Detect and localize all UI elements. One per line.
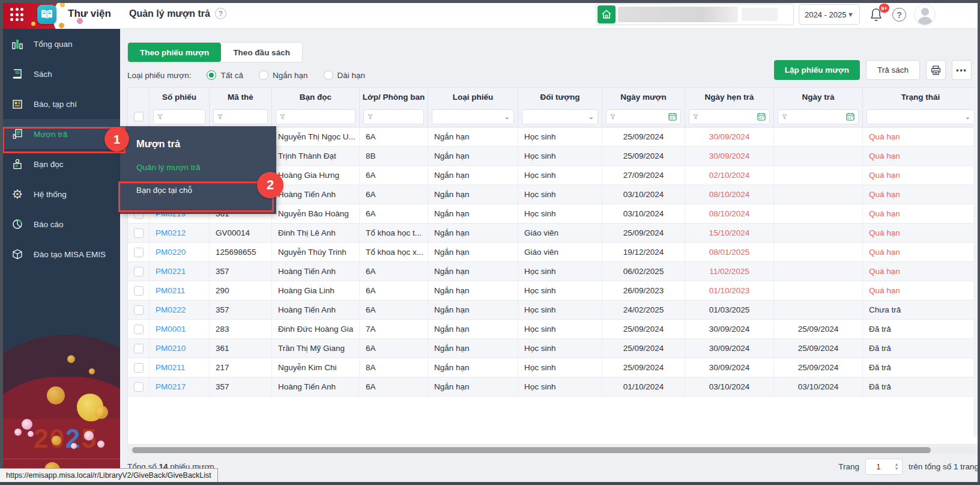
radio-ngan-han[interactable]: Ngắn hạn — [259, 70, 308, 80]
filter-date-input[interactable] — [606, 109, 681, 124]
row-checkbox[interactable] — [134, 363, 144, 373]
cell-ngay-hen-tra: 30/09/2024 — [685, 147, 774, 165]
filter-input[interactable] — [153, 109, 205, 124]
row-checkbox[interactable] — [134, 325, 144, 334]
avatar[interactable] — [914, 4, 936, 25]
cell-ngay-tra — [774, 147, 863, 165]
flyout-item-ban-doc-tai-cho[interactable]: Bạn đọc tại chỗ — [136, 186, 276, 195]
tab-theo-dau-sach[interactable]: Theo đầu sách — [221, 43, 302, 62]
filter-select[interactable]: ⌄ — [867, 109, 975, 124]
loan-code-link[interactable]: PM0217 — [156, 382, 186, 391]
filter-input[interactable] — [276, 109, 355, 124]
cell-loai-phieu: Ngắn hạn — [428, 224, 518, 242]
loan-code-link[interactable]: PM0001 — [156, 325, 186, 334]
row-checkbox[interactable] — [134, 305, 144, 315]
cell-so-phieu: PM0212 — [150, 224, 210, 242]
create-loan-button[interactable]: Lập phiếu mượn — [774, 60, 860, 80]
vertical-scrollbar[interactable] — [973, 88, 978, 437]
radio-tat-ca[interactable]: Tất cả — [207, 70, 243, 80]
return-book-button[interactable]: Trả sách — [866, 60, 920, 80]
filter-input[interactable] — [363, 109, 424, 124]
sidebar-item-ban-doc[interactable]: Bạn đọc — [0, 149, 120, 179]
app-grid-icon[interactable] — [10, 8, 24, 22]
view-tabs: Theo phiếu mượn Theo đầu sách — [127, 42, 303, 63]
page-help-icon[interactable]: ? — [215, 8, 226, 19]
cell-lop-phong-ban: Tổ khoa học t... — [360, 224, 428, 242]
home-icon[interactable] — [597, 5, 616, 23]
school-year-select[interactable]: 2024 - 2025 ▼ — [799, 4, 860, 25]
sidebar-item-bao-tap-chi[interactable]: Báo, tạp chí — [0, 89, 120, 119]
filter-select[interactable]: ⌄ — [522, 109, 598, 124]
filter-date-input[interactable] — [689, 109, 770, 124]
col-so-phieu[interactable]: Số phiếu — [150, 88, 210, 106]
flyout-item-quan-ly-muon-tra[interactable]: Quản lý mượn trả — [136, 163, 276, 172]
cell-ban-doc: Hoàng Tiến Anh — [272, 262, 360, 281]
notifications-button[interactable]: 9+ — [869, 7, 886, 23]
horizontal-scrollbar[interactable] — [127, 447, 979, 454]
scrollbar-thumb[interactable] — [132, 447, 931, 453]
row-checkbox[interactable] — [134, 344, 144, 353]
sidebar-item-tong-quan[interactable]: Tổng quan — [0, 29, 120, 59]
col-ngay-hen-tra[interactable]: Ngày hẹn trả — [685, 88, 774, 106]
cell-loai-phieu: Ngắn hạn — [428, 358, 518, 377]
col-ban-doc[interactable]: Bạn đọc — [272, 88, 360, 106]
loan-code-link[interactable]: PM0220 — [156, 248, 186, 257]
tab-theo-phieu-muon[interactable]: Theo phiếu mượn — [128, 43, 221, 62]
sidebar-item-muon-tra[interactable]: Mượn trả — [0, 119, 120, 149]
col-ma-the[interactable]: Mã thẻ — [210, 88, 272, 106]
cell-ban-doc: Nguyễn Kim Chi — [272, 358, 360, 377]
main-content: Theo phiếu mượn Theo đầu sách Loại phiếu… — [120, 29, 980, 485]
filter-select[interactable]: ⌄ — [432, 109, 514, 124]
loan-code-link[interactable]: PM0211 — [156, 286, 185, 295]
cell-ngay-tra — [774, 204, 863, 223]
more-options-button[interactable]: ••• — [952, 60, 972, 80]
cell-checkbox — [128, 243, 150, 261]
cell-lop-phong-ban: 6A — [360, 166, 428, 185]
col-trang-thai[interactable]: Trạng thái — [863, 88, 978, 106]
loan-code-link[interactable]: PM0211 — [156, 363, 185, 372]
loan-code-link[interactable]: PM0212 — [156, 228, 186, 237]
filter-doi-tuong: ⌄ — [518, 106, 602, 127]
col-doi-tuong[interactable]: Đối tượng — [518, 88, 602, 106]
col-loai-phieu[interactable]: Loại phiếu — [428, 88, 518, 106]
loan-code-link[interactable]: PM0210 — [156, 344, 186, 353]
radio-dai-han[interactable]: Dài hạn — [324, 70, 366, 80]
help-button[interactable]: ? — [892, 8, 906, 22]
table-row: PM0217357Hoàng Tiến Anh6ANgắn hạnHọc sin… — [128, 377, 978, 397]
cell-ngay-muon: 25/09/2024 — [602, 147, 685, 165]
sidebar-item-label: Sách — [34, 70, 52, 79]
cell-so-phieu: PM0001 — [150, 320, 210, 338]
spinner-arrows-icon[interactable]: ▲▼ — [891, 462, 902, 471]
cell-ma-the: 290 — [210, 281, 272, 300]
col-lop-phong-ban[interactable]: Lớp/ Phòng ban — [360, 88, 428, 106]
page-number-input[interactable]: 1 ▲▼ — [865, 459, 903, 475]
borrow-return-icon — [10, 128, 25, 140]
select-all-checkbox[interactable] — [134, 112, 144, 121]
flyout-title: Mượn trả — [136, 138, 276, 150]
print-button[interactable] — [926, 60, 946, 80]
cell-ngay-hen-tra: 15/10/2024 — [685, 224, 774, 242]
sidebar-item-he-thong[interactable]: Hệ thống — [0, 179, 120, 209]
row-checkbox[interactable] — [134, 267, 144, 276]
loan-code-link[interactable]: PM0221 — [156, 267, 186, 276]
cell-ngay-hen-tra: 01/10/2023 — [685, 281, 774, 300]
sidebar-item-sach[interactable]: Sách — [0, 59, 120, 89]
col-ngay-tra[interactable]: Ngày trả — [774, 88, 863, 106]
loan-code-link[interactable]: PM0222 — [156, 305, 186, 314]
notification-badge: 9+ — [879, 4, 889, 13]
row-checkbox[interactable] — [134, 248, 144, 257]
school-search-box[interactable] — [596, 4, 794, 25]
table-filter-row: ⌄ ⌄ ⌄ — [128, 106, 978, 127]
sidebar-item-dao-tao[interactable]: Đào tạo MISA EMIS — [0, 239, 120, 269]
sidebar-item-bao-cao[interactable]: Báo cáo — [0, 209, 120, 239]
cell-checkbox — [128, 358, 150, 377]
cell-so-phieu: PM0222 — [150, 300, 210, 319]
cell-lop-phong-ban: 6A — [360, 339, 428, 358]
filter-date-input[interactable] — [778, 109, 859, 124]
col-ngay-muon[interactable]: Ngày mượn — [602, 88, 685, 106]
library-logo-icon[interactable] — [37, 5, 56, 24]
row-checkbox[interactable] — [134, 286, 144, 296]
filter-input[interactable] — [213, 109, 268, 124]
row-checkbox[interactable] — [134, 382, 144, 392]
row-checkbox[interactable] — [134, 228, 144, 238]
